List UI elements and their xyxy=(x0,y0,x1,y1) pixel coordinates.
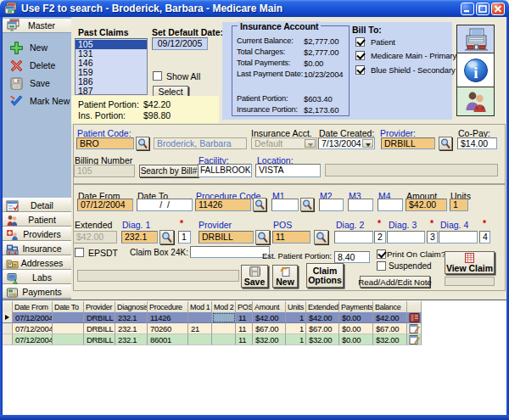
cell-extended[interactable]: $32.00 xyxy=(306,334,339,345)
office-button[interactable] xyxy=(456,25,495,53)
grid-header-units[interactable]: Units xyxy=(286,301,306,312)
sidebar-item-payments[interactable]: Payments xyxy=(3,284,71,299)
dropdown-arrow-icon[interactable] xyxy=(362,139,373,148)
date-to-input[interactable]: / / xyxy=(137,199,193,211)
cell-amount[interactable]: $42.00 xyxy=(253,312,286,323)
cell-payments[interactable]: $0.00 xyxy=(339,312,373,323)
cell-pos[interactable]: 11 xyxy=(236,323,253,334)
grid-header-payments[interactable]: Payments xyxy=(339,301,373,312)
cell-balance[interactable]: $67.00 xyxy=(373,323,407,334)
cell-procedure[interactable]: 11426 xyxy=(148,312,188,323)
sidebar-item-labs[interactable]: Labs xyxy=(3,270,71,284)
m4-input[interactable] xyxy=(378,199,403,211)
cell-extended[interactable]: $42.00 xyxy=(306,312,339,323)
m2-input[interactable] xyxy=(319,199,344,211)
print-on-claim-checkbox[interactable] xyxy=(377,249,386,259)
cell-pos[interactable]: 11 xyxy=(236,312,253,323)
maximize-button[interactable] xyxy=(476,3,489,15)
cell-date-to[interactable] xyxy=(53,334,84,345)
detail-provider-input[interactable]: DRBILL xyxy=(199,231,254,244)
cell-units[interactable]: 1 xyxy=(286,312,306,323)
grid-header-pos[interactable]: POS xyxy=(236,301,253,312)
show-all-checkbox[interactable] xyxy=(153,71,162,81)
procedure-search-button[interactable] xyxy=(253,198,266,211)
diag4-input[interactable] xyxy=(439,231,478,244)
cell-date-from[interactable]: 07/12/2004 xyxy=(13,334,53,345)
diag1-pointer-input[interactable]: 1 xyxy=(178,231,191,244)
m1-search-button[interactable] xyxy=(300,198,314,211)
table-row[interactable]: 07/12/2004 DRBILL 232.1 86001 11 $32.00 … xyxy=(3,334,422,345)
location-input[interactable]: VISTA xyxy=(255,164,321,177)
cell-pos[interactable]: 11 xyxy=(236,334,253,345)
amount-input[interactable]: $42.00 xyxy=(406,199,447,211)
provider-search-button[interactable] xyxy=(439,137,452,150)
cell-procedure[interactable]: 86001 xyxy=(148,334,188,345)
row-note-button[interactable] xyxy=(407,334,422,345)
pos-input[interactable]: 11 xyxy=(272,231,310,244)
cell-provider[interactable]: DRBILL xyxy=(84,323,115,334)
copay-input[interactable]: $14.00 xyxy=(457,137,497,149)
cell-date-from[interactable]: 07/12/2004 xyxy=(13,312,53,323)
sidebar-item-insurance[interactable]: Insurance xyxy=(3,241,71,255)
cell-balance[interactable]: $32.00 xyxy=(373,334,407,345)
cell-diagnosis[interactable]: 232.1 xyxy=(115,323,148,334)
m1-input[interactable] xyxy=(271,199,299,211)
diag2-input[interactable] xyxy=(334,231,373,244)
cell-amount[interactable]: $67.00 xyxy=(253,323,286,334)
table-row[interactable]: 07/12/2004 DRBILL 232.1 11426 11 $42.00 … xyxy=(3,312,422,323)
sidebar-item-providers[interactable]: Providers xyxy=(3,227,71,241)
cell-mod1[interactable] xyxy=(188,334,212,345)
pos-search-button[interactable] xyxy=(314,230,328,244)
sidebar-save-button[interactable]: Save xyxy=(9,76,50,91)
suspended-checkbox[interactable] xyxy=(377,261,386,271)
grid-header-mod1[interactable]: Mod 1 xyxy=(188,301,212,312)
grid-header-date-to[interactable]: Date To xyxy=(53,301,84,312)
cell-payments[interactable]: $0.00 xyxy=(339,323,373,334)
cell-date-to[interactable] xyxy=(53,312,84,323)
patient-search-button[interactable] xyxy=(136,137,149,150)
diag4-pointer-input[interactable]: 4 xyxy=(479,231,490,244)
diag1-search-button[interactable] xyxy=(159,230,174,244)
patients-button[interactable] xyxy=(456,87,495,116)
cell-provider[interactable]: DRBILL xyxy=(84,334,115,345)
bill-to-medicare-checkbox[interactable] xyxy=(355,51,365,60)
table-row[interactable]: 07/12/2004 DRBILL 232.1 70260 21 11 $67.… xyxy=(3,323,422,334)
patient-code-input[interactable]: BRO xyxy=(76,137,134,149)
date-from-input[interactable]: 07/12/2004 xyxy=(77,199,133,211)
sidebar-item-detail[interactable]: Detail xyxy=(3,198,71,212)
cell-diagnosis[interactable]: 232.1 xyxy=(115,334,148,345)
cell-amount[interactable]: $32.00 xyxy=(253,334,286,345)
sidebar-delete-button[interactable]: Delete xyxy=(9,58,55,73)
read-add-edit-note-button[interactable]: Read/Add/Edit Note xyxy=(360,276,430,288)
sidebar-mark-new-button[interactable]: Mark New xyxy=(9,93,70,109)
m3-input[interactable] xyxy=(348,199,373,211)
row-note-button[interactable] xyxy=(407,323,422,334)
cell-diagnosis[interactable]: 232.1 xyxy=(115,312,148,323)
past-claims-listbox[interactable]: 105 131 146 159 186 187 xyxy=(75,38,148,95)
grid-header-date-from[interactable]: Date From xyxy=(13,301,53,312)
cell-units[interactable]: 1 xyxy=(286,334,306,345)
diag2-pointer-input[interactable]: 2 xyxy=(374,231,386,244)
date-created-dropdown[interactable]: 7/13/2004 xyxy=(318,137,375,149)
grid-header-diagnosis[interactable]: Diagnosis xyxy=(115,301,148,312)
set-default-date-input[interactable]: 09/12/2005 xyxy=(152,37,208,50)
facility-input[interactable]: FALLBROOK xyxy=(198,164,252,177)
diag1-input[interactable]: 232.1 xyxy=(121,231,158,244)
search-by-bill-button[interactable]: Search by Bill# xyxy=(139,165,199,177)
insurance-acct-dropdown[interactable]: Default xyxy=(251,137,317,149)
minimize-button[interactable] xyxy=(461,3,474,15)
est-patient-portion-input[interactable]: 8.40 xyxy=(334,251,370,263)
detail-provider-search-button[interactable] xyxy=(255,230,270,244)
sidebar-item-patient[interactable]: Patient xyxy=(3,212,71,227)
cell-balance[interactable]: $42.00 xyxy=(373,312,407,323)
cell-provider[interactable]: DRBILL xyxy=(84,312,115,323)
claim-options-button[interactable]: Claim Options xyxy=(306,263,344,288)
cell-extended[interactable]: $67.00 xyxy=(306,323,339,334)
provider-input[interactable]: DRBILL xyxy=(381,137,435,149)
bill-to-blue-shield-checkbox[interactable] xyxy=(355,65,365,75)
cell-mod2[interactable] xyxy=(212,312,236,323)
cell-mod1[interactable] xyxy=(188,312,212,323)
cell-payments[interactable]: $0.00 xyxy=(339,334,373,345)
procedure-code-input[interactable]: 11426 xyxy=(195,199,251,211)
cell-mod2[interactable] xyxy=(212,323,236,334)
